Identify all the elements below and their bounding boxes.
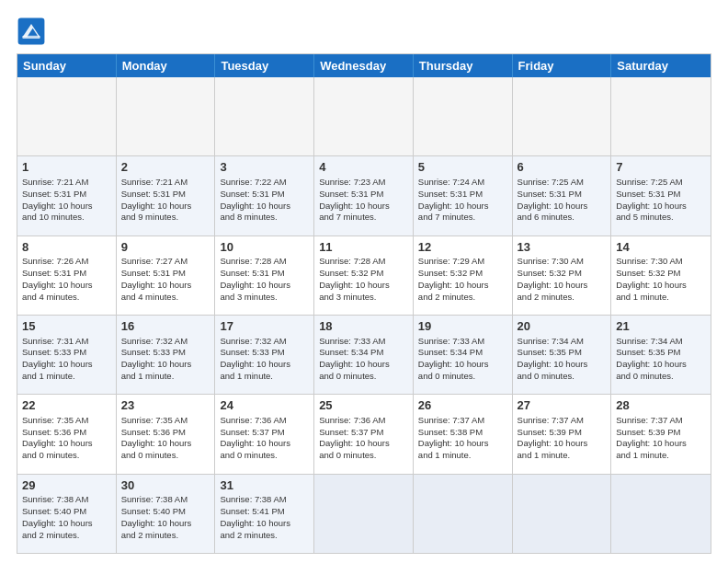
calendar: SundayMondayTuesdayWednesdayThursdayFrid… [17,53,711,554]
day-info: Sunrise: 7:27 AM Sunset: 5:31 PM Dayligh… [121,256,192,301]
day-cell-29: 29Sunrise: 7:38 AM Sunset: 5:40 PM Dayli… [17,475,117,553]
day-number: 14 [616,239,706,256]
day-info: Sunrise: 7:35 AM Sunset: 5:36 PM Dayligh… [121,415,192,460]
header [17,17,711,46]
header-day-saturday: Saturday [611,54,711,77]
day-number: 5 [418,159,507,176]
day-info: Sunrise: 7:36 AM Sunset: 5:37 PM Dayligh… [220,415,290,460]
day-info: Sunrise: 7:26 AM Sunset: 5:31 PM Dayligh… [22,256,93,301]
empty-cell [17,77,117,155]
day-info: Sunrise: 7:21 AM Sunset: 5:31 PM Dayligh… [22,177,93,222]
day-info: Sunrise: 7:28 AM Sunset: 5:32 PM Dayligh… [319,256,390,301]
day-info: Sunrise: 7:37 AM Sunset: 5:38 PM Dayligh… [418,415,489,460]
day-info: Sunrise: 7:29 AM Sunset: 5:32 PM Dayligh… [418,256,489,301]
calendar-row-3: 15Sunrise: 7:31 AM Sunset: 5:33 PM Dayli… [17,315,711,394]
day-info: Sunrise: 7:22 AM Sunset: 5:31 PM Dayligh… [220,177,290,222]
calendar-row-2: 8Sunrise: 7:26 AM Sunset: 5:31 PM Daylig… [17,236,711,315]
empty-cell [215,77,314,155]
day-number: 19 [418,318,507,335]
page-container: SundayMondayTuesdayWednesdayThursdayFrid… [0,0,728,563]
header-day-sunday: Sunday [17,54,117,77]
day-cell-15: 15Sunrise: 7:31 AM Sunset: 5:33 PM Dayli… [17,316,117,394]
day-number: 6 [518,159,607,176]
day-cell-21: 21Sunrise: 7:34 AM Sunset: 5:35 PM Dayli… [611,316,711,394]
day-number: 20 [518,318,607,335]
day-info: Sunrise: 7:37 AM Sunset: 5:39 PM Dayligh… [518,415,588,460]
day-cell-17: 17Sunrise: 7:32 AM Sunset: 5:33 PM Dayli… [215,316,314,394]
day-cell-23: 23Sunrise: 7:35 AM Sunset: 5:36 PM Dayli… [117,395,216,473]
day-info: Sunrise: 7:38 AM Sunset: 5:40 PM Dayligh… [121,494,192,539]
day-info: Sunrise: 7:33 AM Sunset: 5:34 PM Dayligh… [319,336,390,381]
day-cell-16: 16Sunrise: 7:32 AM Sunset: 5:33 PM Dayli… [117,316,216,394]
empty-cell [117,77,216,155]
day-cell-18: 18Sunrise: 7:33 AM Sunset: 5:34 PM Dayli… [314,316,414,394]
svg-rect-3 [22,36,40,39]
day-info: Sunrise: 7:25 AM Sunset: 5:31 PM Dayligh… [518,177,588,222]
day-number: 24 [220,397,309,414]
day-cell-14: 14Sunrise: 7:30 AM Sunset: 5:32 PM Dayli… [611,236,711,315]
day-cell-13: 13Sunrise: 7:30 AM Sunset: 5:32 PM Dayli… [513,236,612,315]
day-number: 13 [518,239,607,256]
day-cell-12: 12Sunrise: 7:29 AM Sunset: 5:32 PM Dayli… [414,236,513,315]
day-cell-22: 22Sunrise: 7:35 AM Sunset: 5:36 PM Dayli… [17,395,117,473]
calendar-row-5: 29Sunrise: 7:38 AM Sunset: 5:40 PM Dayli… [17,474,711,553]
day-info: Sunrise: 7:33 AM Sunset: 5:34 PM Dayligh… [418,336,489,381]
day-cell-4: 4Sunrise: 7:23 AM Sunset: 5:31 PM Daylig… [314,156,414,235]
day-info: Sunrise: 7:35 AM Sunset: 5:36 PM Dayligh… [22,415,93,460]
day-number: 12 [418,239,507,256]
day-info: Sunrise: 7:38 AM Sunset: 5:41 PM Dayligh… [220,494,290,539]
day-cell-10: 10Sunrise: 7:28 AM Sunset: 5:31 PM Dayli… [215,236,314,315]
day-info: Sunrise: 7:32 AM Sunset: 5:33 PM Dayligh… [121,336,192,381]
empty-cell [513,77,612,155]
day-cell-26: 26Sunrise: 7:37 AM Sunset: 5:38 PM Dayli… [414,395,513,473]
day-info: Sunrise: 7:36 AM Sunset: 5:37 PM Dayligh… [319,415,390,460]
empty-cell [414,77,513,155]
day-cell-19: 19Sunrise: 7:33 AM Sunset: 5:34 PM Dayli… [414,316,513,394]
day-cell-5: 5Sunrise: 7:24 AM Sunset: 5:31 PM Daylig… [414,156,513,235]
day-cell-3: 3Sunrise: 7:22 AM Sunset: 5:31 PM Daylig… [215,156,314,235]
day-cell-20: 20Sunrise: 7:34 AM Sunset: 5:35 PM Dayli… [513,316,612,394]
day-number: 15 [22,318,111,335]
day-number: 29 [22,477,111,494]
day-number: 27 [518,397,607,414]
calendar-row-0 [17,77,711,155]
day-cell-31: 31Sunrise: 7:38 AM Sunset: 5:41 PM Dayli… [215,475,314,553]
day-cell-7: 7Sunrise: 7:25 AM Sunset: 5:31 PM Daylig… [611,156,711,235]
day-info: Sunrise: 7:30 AM Sunset: 5:32 PM Dayligh… [518,256,588,301]
day-cell-6: 6Sunrise: 7:25 AM Sunset: 5:31 PM Daylig… [513,156,612,235]
empty-cell [611,475,711,553]
day-cell-25: 25Sunrise: 7:36 AM Sunset: 5:37 PM Dayli… [314,395,414,473]
day-info: Sunrise: 7:24 AM Sunset: 5:31 PM Dayligh… [418,177,489,222]
empty-cell [513,475,612,553]
day-cell-8: 8Sunrise: 7:26 AM Sunset: 5:31 PM Daylig… [17,236,117,315]
day-cell-28: 28Sunrise: 7:37 AM Sunset: 5:39 PM Dayli… [611,395,711,473]
day-info: Sunrise: 7:21 AM Sunset: 5:31 PM Dayligh… [121,177,192,222]
day-info: Sunrise: 7:38 AM Sunset: 5:40 PM Dayligh… [22,494,93,539]
day-info: Sunrise: 7:28 AM Sunset: 5:31 PM Dayligh… [220,256,290,301]
day-number: 25 [319,397,408,414]
day-cell-2: 2Sunrise: 7:21 AM Sunset: 5:31 PM Daylig… [117,156,216,235]
calendar-row-1: 1Sunrise: 7:21 AM Sunset: 5:31 PM Daylig… [17,155,711,235]
day-number: 16 [121,318,210,335]
day-cell-24: 24Sunrise: 7:36 AM Sunset: 5:37 PM Dayli… [215,395,314,473]
day-number: 4 [319,159,408,176]
calendar-body: 1Sunrise: 7:21 AM Sunset: 5:31 PM Daylig… [17,77,711,553]
header-day-monday: Monday [117,54,216,77]
day-info: Sunrise: 7:34 AM Sunset: 5:35 PM Dayligh… [616,336,687,381]
logo-icon [17,17,46,46]
day-info: Sunrise: 7:37 AM Sunset: 5:39 PM Dayligh… [616,415,687,460]
day-number: 1 [22,159,111,176]
logo [17,17,50,46]
empty-cell [314,475,414,553]
header-day-friday: Friday [513,54,612,77]
day-info: Sunrise: 7:23 AM Sunset: 5:31 PM Dayligh… [319,177,390,222]
header-day-wednesday: Wednesday [314,54,414,77]
day-info: Sunrise: 7:32 AM Sunset: 5:33 PM Dayligh… [220,336,290,381]
header-day-tuesday: Tuesday [215,54,314,77]
empty-cell [611,77,711,155]
calendar-header: SundayMondayTuesdayWednesdayThursdayFrid… [17,54,711,77]
day-cell-9: 9Sunrise: 7:27 AM Sunset: 5:31 PM Daylig… [117,236,216,315]
day-number: 9 [121,239,210,256]
day-number: 18 [319,318,408,335]
day-number: 3 [220,159,309,176]
